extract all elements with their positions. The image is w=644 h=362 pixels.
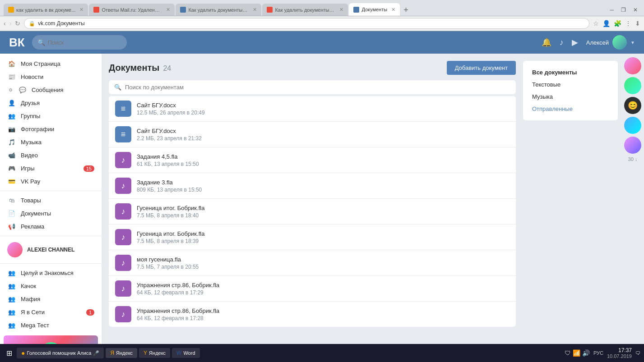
- extensions-icon[interactable]: 🧩: [614, 20, 621, 27]
- taskbar-word[interactable]: W Word: [172, 348, 199, 358]
- sidebar-item-music[interactable]: 🎵 Музыка: [0, 136, 102, 149]
- shield-tray-icon[interactable]: 🛡: [565, 349, 571, 357]
- sidebar-item-goods[interactable]: 🛍 Товары: [0, 194, 102, 207]
- doc-item-6[interactable]: ♪ Гусеница итог. Бобрик.fla 7.5 МБ, 8 ап…: [109, 225, 516, 250]
- doc-info-6: Гусеница итог. Бобрик.fla 7.5 МБ, 8 апре…: [137, 230, 510, 244]
- sidebar-item-megatest[interactable]: 👥 Mega Тест: [0, 319, 102, 332]
- window-controls: ─ ❐ ✕: [607, 6, 640, 16]
- doc-item-8[interactable]: ♪ Упражнения стр.86, Бобрик.fla 64 КБ, 1…: [109, 276, 516, 302]
- doc-info-7: моя гусеница.fla 7.5 МБ, 7 апреля в 20:5…: [137, 256, 510, 270]
- video-icon[interactable]: ▶: [572, 37, 578, 47]
- doc-name-5: Гусеница итог. Бобрик.fla: [137, 205, 510, 211]
- sidebar-label-friends: Друзья: [21, 100, 40, 106]
- tab-4[interactable]: Как удалить документы из... ✕: [262, 4, 348, 16]
- docs-search-input[interactable]: [125, 84, 510, 91]
- tab-3-close[interactable]: ✕: [253, 7, 257, 13]
- doc-info-3: Задания 4,5.fla 61 КБ, 13 апреля в 15:50: [137, 153, 510, 167]
- volume-icon[interactable]: 🔊: [582, 349, 590, 357]
- sidebar-label-vkpay: VK Pay: [21, 178, 40, 185]
- search-input[interactable]: [48, 39, 116, 46]
- filter-music[interactable]: Музыка: [528, 91, 612, 103]
- avatar-2[interactable]: [624, 77, 641, 94]
- back-button[interactable]: ‹: [4, 20, 6, 27]
- new-tab-button[interactable]: +: [401, 5, 411, 15]
- address-field[interactable]: 🔒 vk.com Документы: [24, 18, 589, 29]
- sidebar-item-friends[interactable]: 👤 Друзья: [0, 96, 102, 110]
- close-icon[interactable]: ✕: [630, 6, 640, 14]
- tab-5-close[interactable]: ✕: [391, 7, 395, 13]
- sidebar-item-ads[interactable]: 📢 Реклама: [0, 220, 102, 233]
- sidebar-item-online[interactable]: 👥 Я в Сети 1: [0, 306, 102, 319]
- doc-item-7[interactable]: ♪ моя гусеница.fla 7.5 МБ, 7 апреля в 20…: [109, 250, 516, 276]
- docs-search-bar[interactable]: 🔍: [109, 80, 516, 94]
- sidebar-label-music: Музыка: [21, 139, 42, 146]
- doc-meta-1: 12.5 МБ, 26 апреля в 20:49: [137, 110, 510, 116]
- sidebar-label-ads: Реклама: [21, 223, 44, 230]
- sidebar-item-dating[interactable]: 👥 Целуй и Знакомься: [0, 266, 102, 280]
- doc-item-5[interactable]: ♪ Гусеница итог. Бобрик.fla 7.5 МБ, 8 ап…: [109, 199, 516, 225]
- network-icon[interactable]: 📶: [573, 349, 580, 357]
- sidebar-item-groups[interactable]: 👥 Группы: [0, 110, 102, 123]
- bell-icon[interactable]: 🔔: [542, 37, 551, 47]
- sidebar-item-games[interactable]: 🎮 Игры 15: [0, 162, 102, 175]
- avatar-5[interactable]: [624, 137, 641, 154]
- user-profile[interactable]: Алексей ▼: [586, 35, 635, 50]
- sidebar-item-news[interactable]: 📰 Новости: [0, 70, 102, 83]
- sidebar-item-messages[interactable]: ⚙ 💬 Сообщения: [0, 83, 102, 96]
- taskbar-browser[interactable]: Y Яндекс: [139, 348, 170, 358]
- voice-assistant-label: Голосовой помощник Алиса: [27, 350, 91, 356]
- restore-icon[interactable]: ❐: [618, 6, 629, 14]
- tab-3[interactable]: Как удалить документы из... ✕: [176, 4, 261, 16]
- tab-2-close[interactable]: ✕: [166, 7, 170, 13]
- minimize-icon[interactable]: ─: [607, 6, 616, 14]
- vk-logo[interactable]: ВК: [9, 36, 25, 50]
- doc-item-3[interactable]: ♪ Задания 4,5.fla 61 КБ, 13 апреля в 15:…: [109, 147, 516, 173]
- sidebar-item-my-page[interactable]: 🏠 Моя Страница: [0, 57, 102, 70]
- doc-item-1[interactable]: ≡ Сайт БГУ.docx 12.5 МБ, 26 апреля в 20:…: [109, 96, 516, 122]
- tab-1[interactable]: как удалить в вк докуме... ✕: [4, 4, 88, 16]
- tab-1-close[interactable]: ✕: [79, 7, 83, 13]
- forward-button[interactable]: ›: [9, 20, 12, 27]
- lang-indicator[interactable]: РУС: [593, 350, 603, 356]
- tab-2[interactable]: Ответы Mail.ru: Удаление ... ✕: [89, 4, 175, 16]
- menu-icon[interactable]: ⋮: [625, 20, 631, 27]
- filter-all[interactable]: Все документы: [528, 66, 612, 78]
- tab-4-close[interactable]: ✕: [339, 7, 343, 13]
- doc-item-9[interactable]: ♪ Упражнения стр.86, Бобрик.fla 64 КБ, 1…: [109, 302, 516, 327]
- avatar-3[interactable]: 😊: [624, 97, 641, 114]
- refresh-button[interactable]: ↻: [15, 20, 20, 27]
- doc-item-2[interactable]: ≡ Сайт БГУ.docx 2.2 МБ, 23 апреля в 21:3…: [109, 122, 516, 147]
- avatar-4[interactable]: [624, 117, 641, 134]
- sidebar-item-docs[interactable]: 📄 Документы: [0, 207, 102, 220]
- bookmark-icon[interactable]: ☆: [593, 20, 599, 27]
- doc-item-4[interactable]: ♪ Задание 3.fla 809 КБ, 13 апреля в 15:5…: [109, 173, 516, 199]
- start-button[interactable]: ⊞: [4, 348, 15, 358]
- filter-text[interactable]: Текстовые: [528, 78, 612, 91]
- taskbar-yandex[interactable]: Я Яндекс: [106, 348, 137, 358]
- sidebar-channel-alexei[interactable]: ALEXEI CHANNEL: [0, 239, 102, 261]
- docs-icon: 📄: [7, 210, 16, 217]
- sidebar-item-photos[interactable]: 📷 Фотографии: [0, 123, 102, 136]
- sidebar-label-groups: Группы: [21, 113, 40, 119]
- vk-app: ВК 🔍 🔔 ♪ ▶ Алексей ▼ 🏠 Моя Страница: [0, 31, 644, 344]
- music-icon[interactable]: ♪: [560, 38, 564, 47]
- sidebar-item-mafia[interactable]: 👥 Мафия: [0, 293, 102, 306]
- doc-name-6: Гусеница итог. Бобрик.fla: [137, 230, 510, 237]
- download-icon[interactable]: ⬇: [635, 20, 640, 27]
- news-icon: 📰: [7, 73, 16, 80]
- filter-sent[interactable]: Отправленные: [528, 103, 612, 115]
- sidebar-item-video[interactable]: 📹 Видео: [0, 149, 102, 162]
- tab-5-active[interactable]: Документы ✕: [349, 3, 400, 16]
- sidebar-label-megatest: Mega Тест: [21, 322, 49, 329]
- sidebar-item-kachok[interactable]: 👥 Качок: [0, 280, 102, 293]
- header-right: 🔔 ♪ ▶ Алексей ▼: [542, 35, 635, 50]
- add-document-button[interactable]: Добавить документ: [447, 61, 516, 75]
- sidebar-item-vkpay[interactable]: 💳 VK Pay: [0, 175, 102, 188]
- taskbar-voice-assistant[interactable]: ● Голосовой помощник Алиса 🎤: [17, 348, 104, 358]
- vk-search-box[interactable]: 🔍: [32, 35, 127, 50]
- games-icon: 🎮: [7, 165, 16, 172]
- profile-icon[interactable]: 👤: [602, 20, 610, 27]
- avatar-1[interactable]: [624, 57, 641, 74]
- notifications-icon[interactable]: 🗨: [635, 350, 640, 356]
- online-icon: 👥: [7, 309, 16, 316]
